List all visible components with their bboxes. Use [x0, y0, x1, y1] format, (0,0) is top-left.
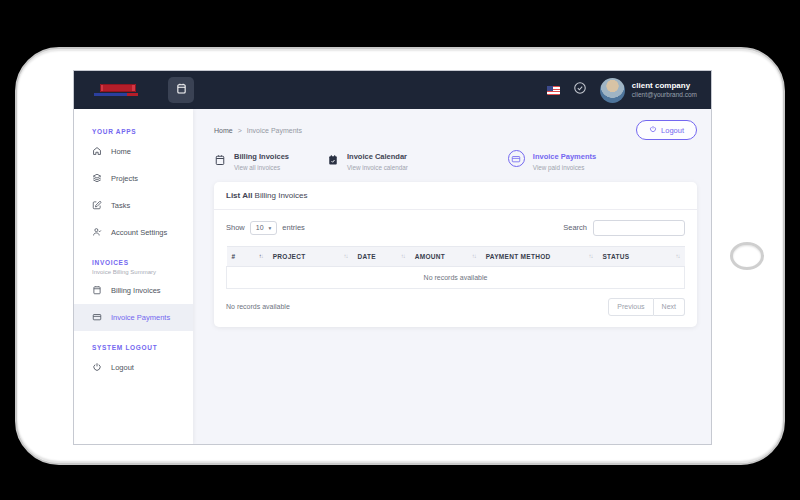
sidebar-section-subtitle: Invoice Billing Summary	[74, 269, 193, 277]
sort-icon[interactable]: ↑↓	[401, 253, 405, 259]
show-label: Show	[226, 223, 245, 232]
navbar-right-group: client company client@yourbrand.com	[547, 78, 697, 103]
search-control: Search	[563, 220, 685, 236]
clipboard-icon	[214, 152, 226, 170]
power-icon	[649, 125, 657, 135]
breadcrumb-current: Invoice Payments	[247, 127, 302, 134]
sidebar-item-label: Tasks	[111, 201, 130, 210]
home-icon	[92, 146, 102, 158]
table-header-row: # ↑↓ PROJECT ↑↓ DATE ↑↓ AMOUNT	[227, 246, 685, 266]
search-label: Search	[563, 223, 587, 232]
edit-icon	[92, 200, 102, 212]
check-circle-icon[interactable]	[573, 81, 587, 99]
invoice-tabs: Billing Invoices View all invoices Inv	[214, 152, 697, 171]
top-navbar: client company client@yourbrand.com	[74, 71, 711, 109]
brand-logo-mark	[100, 84, 136, 92]
tab-subtitle: View all invoices	[234, 164, 289, 171]
brand-logo[interactable]	[94, 83, 140, 97]
card-icon	[92, 312, 102, 324]
user-info: client company client@yourbrand.com	[632, 81, 697, 99]
sidebar-item-tasks[interactable]: Tasks	[74, 192, 193, 219]
column-header-index[interactable]: # ↑↓	[227, 246, 268, 266]
breadcrumb: Home > Invoice Payments	[214, 127, 302, 134]
power-icon	[92, 362, 102, 374]
tab-invoice-calendar[interactable]: Invoice Calendar View invoice calendar	[327, 152, 408, 171]
user-name: client company	[632, 81, 697, 91]
sidebar-section-system-logout: SYSTEM LOGOUT	[74, 331, 193, 354]
sidebar-item-label: Projects	[111, 174, 138, 183]
user-avatar[interactable]	[600, 78, 625, 103]
empty-row: No records available	[227, 266, 685, 288]
column-header-date[interactable]: DATE ↑↓	[352, 246, 409, 266]
app-screen: client company client@yourbrand.com YOUR…	[73, 70, 712, 445]
sidebar-item-label: Billing Invoices	[111, 286, 161, 295]
sort-icon[interactable]: ↑↓	[676, 253, 680, 259]
sidebar-item-projects[interactable]: Projects	[74, 165, 193, 192]
sort-icon[interactable]: ↑↓	[343, 253, 347, 259]
user-menu[interactable]: client company client@yourbrand.com	[600, 78, 697, 103]
logout-button[interactable]: Logout	[636, 120, 697, 140]
layers-icon	[92, 173, 102, 185]
tab-billing-invoices[interactable]: Billing Invoices View all invoices	[214, 152, 289, 171]
sidebar-item-label: Logout	[111, 363, 134, 372]
card-title-rest: Billing Invoices	[252, 191, 307, 200]
sort-icon[interactable]: ↑↓	[259, 253, 263, 259]
previous-page-button[interactable]: Previous	[608, 298, 653, 316]
tab-invoice-payments[interactable]: Invoice Payments View paid invoices	[508, 152, 596, 171]
language-flag-icon[interactable]	[547, 86, 560, 95]
logout-button-label: Logout	[661, 126, 684, 135]
tablet-home-button[interactable]	[730, 242, 764, 270]
card-title: List All Billing Invoices	[214, 182, 697, 210]
user-email: client@yourbrand.com	[632, 91, 697, 99]
tab-title: Invoice Calendar	[347, 152, 408, 161]
chevron-down-icon: ▾	[269, 225, 272, 231]
column-header-amount[interactable]: AMOUNT ↑↓	[410, 246, 481, 266]
clipboard-icon	[92, 285, 102, 297]
sort-icon[interactable]: ↑↓	[472, 253, 476, 259]
tab-subtitle: View invoice calendar	[347, 164, 408, 171]
sidebar-item-label: Invoice Payments	[111, 313, 170, 322]
sidebar-item-logout[interactable]: Logout	[74, 354, 193, 381]
breadcrumb-separator: >	[238, 127, 242, 134]
page-size-select[interactable]: 10 ▾	[250, 221, 278, 235]
card-title-bold: List All	[226, 191, 252, 200]
user-icon	[92, 227, 102, 239]
sort-icon[interactable]: ↑↓	[588, 253, 592, 259]
column-header-status[interactable]: STATUS ↑↓	[597, 246, 684, 266]
sidebar-section-your-apps: YOUR APPS	[74, 115, 193, 138]
page-size-control: Show 10 ▾ entries	[226, 221, 305, 235]
sidebar-item-home[interactable]: Home	[74, 138, 193, 165]
sidebar-item-label: Account Settings	[111, 228, 167, 237]
sidebar-section-invoices: INVOICES	[74, 246, 193, 269]
column-header-payment-method[interactable]: PAYMENT METHOD ↑↓	[481, 246, 598, 266]
tab-title: Billing Invoices	[234, 152, 289, 161]
calendar-icon	[327, 152, 339, 170]
main-content: Home > Invoice Payments Logout	[193, 109, 711, 444]
page-size-value: 10	[256, 224, 264, 231]
invoices-card: List All Billing Invoices Show 10 ▾ entr…	[214, 182, 697, 327]
sidebar-item-label: Home	[111, 147, 131, 156]
sidebar-item-account-settings[interactable]: Account Settings	[74, 219, 193, 246]
sidebar: YOUR APPS Home Projects	[74, 109, 193, 444]
app-switcher-button[interactable]	[168, 77, 194, 103]
sidebar-item-billing-invoices[interactable]: Billing Invoices	[74, 277, 193, 304]
tab-subtitle: View paid invoices	[533, 164, 596, 171]
entries-label: entries	[282, 223, 305, 232]
clipboard-icon	[175, 81, 188, 99]
empty-message: No records available	[227, 266, 685, 288]
table-info-text: No records available	[226, 303, 290, 310]
column-header-project[interactable]: PROJECT ↑↓	[268, 246, 353, 266]
wallet-icon	[508, 150, 525, 167]
next-page-button[interactable]: Next	[654, 298, 685, 316]
invoices-table: # ↑↓ PROJECT ↑↓ DATE ↑↓ AMOUNT	[226, 246, 685, 289]
sidebar-item-invoice-payments[interactable]: Invoice Payments	[74, 304, 193, 331]
pagination: Previous Next	[608, 298, 685, 316]
tab-title: Invoice Payments	[533, 152, 596, 161]
brand-logo-tagline-accent	[127, 93, 138, 96]
breadcrumb-home[interactable]: Home	[214, 127, 233, 134]
search-input[interactable]	[593, 220, 685, 236]
